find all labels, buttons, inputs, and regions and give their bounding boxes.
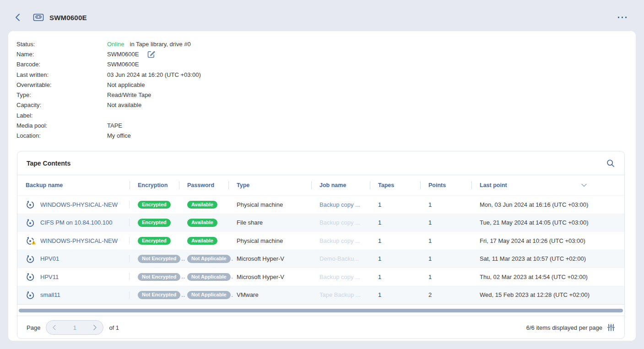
detail-row-status: Status: Online in Tape library, drive #0 [16, 39, 201, 49]
page-title: SWM0600E [49, 14, 87, 21]
panel-title: Tape Contents [27, 160, 70, 167]
password-badge: Available [187, 237, 217, 245]
encryption-badge: Not Encrypted [138, 255, 180, 263]
detail-value: Not available [107, 102, 141, 108]
page-of-label: of 1 [109, 324, 119, 331]
backup-type: File share [228, 214, 311, 232]
restore-point-icon [26, 200, 35, 209]
detail-value: Read/Write Tape [107, 91, 151, 98]
pagination-bar: Page 1 of 1 6/6 items displayed per page [17, 316, 624, 339]
tape-contents-header: Tape Contents [17, 151, 624, 175]
detail-label: Label: [16, 112, 107, 119]
detail-value: SWM0600E [107, 61, 139, 68]
horizontal-scroll-track [17, 304, 624, 316]
encryption-badge: Not Encrypted [138, 273, 180, 281]
encryption-badge: Encrypted [138, 201, 171, 209]
search-icon [606, 159, 615, 168]
detail-row-location: Location: My office [16, 131, 201, 141]
tapes-count: 1 [370, 268, 420, 286]
detail-row-label: Label: [16, 110, 201, 120]
column-header-job-name[interactable]: Job name [311, 175, 370, 195]
column-header-backup-name[interactable]: Backup name [17, 175, 130, 195]
table-row[interactable]: HPV11 Not Encrypted.. Not Applicable. Mi… [17, 268, 624, 286]
detail-label: Last written: [16, 71, 107, 78]
tape-contents-panel: Tape Contents Backup name Encryption Pas… [17, 151, 625, 339]
backup-name-link[interactable]: HPV11 [40, 274, 59, 280]
detail-row-overwritable: Overwritable: Not applicable [16, 80, 201, 90]
last-point-timestamp: Mon, 03 Jun 2024 at 16:16 (UTC +03:00) [471, 196, 624, 214]
chevron-right-icon [93, 325, 97, 330]
display-settings-button[interactable] [607, 323, 615, 332]
column-header-type[interactable]: Type [228, 175, 311, 195]
job-name-link[interactable]: Backup copy ... [319, 201, 360, 208]
column-header-encryption[interactable]: Encryption [130, 175, 179, 195]
backup-name-link[interactable]: CIFS PM on 10.84.100.100 [40, 219, 113, 226]
top-bar: SWM0600E [0, 0, 644, 31]
backup-type: Microsoft Hyper-V [228, 250, 311, 268]
search-button[interactable] [606, 159, 615, 168]
backup-name-link[interactable]: WINDOWS-PHYSICAL-NEW [40, 237, 118, 244]
password-badge: Available [187, 201, 217, 209]
page-selector[interactable]: 1 [46, 320, 103, 335]
encryption-badge: Encrypted [138, 237, 171, 245]
password-badge: Not Applicable [187, 291, 231, 299]
table-row[interactable]: WINDOWS-PHYSICAL-NEW Encrypted Available… [17, 232, 624, 250]
tapes-count: 1 [370, 286, 420, 304]
column-header-last-point[interactable]: Last point [471, 175, 624, 195]
job-name-text: Backup copy ... [319, 219, 360, 226]
detail-row-barcode: Barcode: SWM0600E [16, 59, 201, 70]
points-count: 1 [420, 196, 471, 214]
tapes-count: 1 [370, 250, 420, 268]
column-header-password[interactable]: Password [179, 175, 228, 195]
detail-label: Name: [16, 51, 107, 58]
restore-point-icon [26, 218, 35, 227]
status-online-value: Online [107, 41, 124, 48]
job-name-text: Backup copy ... [319, 274, 360, 280]
previous-page-button[interactable] [52, 325, 56, 330]
encryption-badge: Not Encrypted [138, 291, 180, 299]
restore-point-icon [26, 254, 35, 263]
last-point-timestamp: Tue, 21 May 2024 at 14:05 (UTC +03:00) [471, 214, 624, 232]
backup-type: Physical machine [228, 196, 311, 214]
detail-label: Barcode: [16, 61, 107, 68]
encryption-badge: Encrypted [138, 219, 171, 227]
tapes-count: 1 [370, 232, 420, 250]
job-name-text: Demo-Backu... [319, 255, 359, 262]
edit-pencil-icon [147, 50, 156, 59]
table-body: WINDOWS-PHYSICAL-NEW Encrypted Available… [17, 196, 624, 304]
last-point-timestamp: Fri, 17 May 2024 at 10:26 (UTC +03:00) [471, 232, 624, 250]
detail-label: Location: [16, 132, 107, 139]
table-row[interactable]: CIFS PM on 10.84.100.100 Encrypted Avail… [17, 214, 624, 232]
password-badge: Available [187, 219, 217, 227]
sort-chevron-down-icon[interactable] [581, 183, 587, 187]
tape-cassette-icon [33, 13, 44, 22]
edit-name-button[interactable] [147, 50, 156, 59]
table-row[interactable]: small11 Not Encrypted.. Not Applicable. … [17, 286, 624, 305]
detail-value: TAPE [107, 122, 122, 129]
page-number-input[interactable]: 1 [73, 324, 76, 331]
job-name-text: Backup copy ... [319, 237, 360, 244]
back-button[interactable] [15, 13, 24, 22]
table-header-row: Backup name Encryption Password Type Job… [17, 175, 624, 196]
items-per-page-info: 6/6 items displayed per page [526, 324, 602, 331]
horizontal-scrollbar[interactable] [19, 309, 623, 312]
restore-point-icon [26, 290, 35, 300]
detail-label: Capacity: [16, 102, 107, 108]
restore-point-icon [26, 272, 35, 281]
last-point-timestamp: Wed, 15 Feb 2023 at 12:28 (UTC +02:00) [471, 286, 624, 304]
table-row[interactable]: WINDOWS-PHYSICAL-NEW Encrypted Available… [17, 196, 624, 214]
points-count: 1 [420, 232, 471, 250]
backup-name-link[interactable]: HPV01 [40, 255, 59, 262]
column-header-points[interactable]: Points [420, 175, 471, 195]
more-actions-button[interactable] [617, 16, 628, 19]
backup-type: Physical machine [228, 232, 311, 250]
backup-name-link[interactable]: WINDOWS-PHYSICAL-NEW [40, 201, 118, 208]
points-count: 1 [420, 268, 471, 286]
table-row[interactable]: HPV01 Not Encrypted.. Not Applicable. Mi… [17, 250, 624, 268]
next-page-button[interactable] [93, 325, 97, 330]
page-label: Page [27, 324, 40, 331]
detail-row-last-written: Last written: 03 Jun 2024 at 16:20 (UTC … [16, 70, 201, 80]
password-badge: Not Applicable [187, 273, 231, 281]
column-header-tapes[interactable]: Tapes [370, 175, 420, 195]
backup-name-link[interactable]: small11 [40, 291, 60, 298]
